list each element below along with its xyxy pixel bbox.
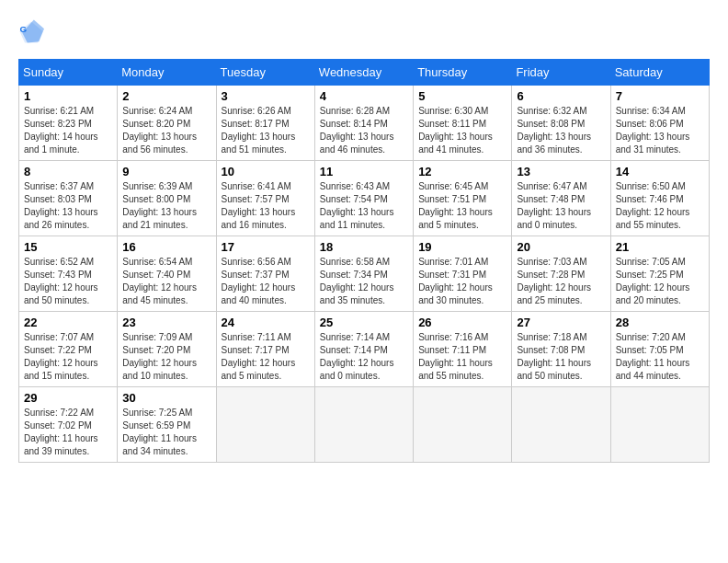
calendar-week-4: 22Sunrise: 7:07 AMSunset: 7:22 PMDayligh… [19,312,710,387]
calendar-week-3: 15Sunrise: 6:52 AMSunset: 7:43 PMDayligh… [19,236,710,312]
day-number: 29 [24,391,112,405]
calendar-cell: 7Sunrise: 6:34 AMSunset: 8:06 PMDaylight… [610,86,709,161]
day-number: 26 [418,316,506,329]
day-detail: Sunrise: 6:58 AMSunset: 7:34 PMDaylight:… [320,256,408,307]
day-number: 19 [418,240,506,254]
calendar-cell: 1Sunrise: 6:21 AMSunset: 8:23 PMDaylight… [19,86,118,161]
calendar-cell: 22Sunrise: 7:07 AMSunset: 7:22 PMDayligh… [19,312,118,387]
calendar-cell: 27Sunrise: 7:18 AMSunset: 7:08 PMDayligh… [512,312,610,387]
weekday-header-wednesday: Wednesday [314,60,413,86]
calendar-cell: 6Sunrise: 6:32 AMSunset: 8:08 PMDaylight… [512,86,610,161]
calendar-cell: 8Sunrise: 6:37 AMSunset: 8:03 PMDaylight… [19,161,118,236]
weekday-header-thursday: Thursday [414,60,512,86]
calendar-cell: 2Sunrise: 6:24 AMSunset: 8:20 PMDaylight… [118,86,216,161]
day-detail: Sunrise: 6:50 AMSunset: 7:46 PMDaylight:… [616,180,704,232]
day-number: 14 [616,165,704,178]
day-number: 1 [24,89,112,103]
day-number: 13 [517,165,605,178]
day-detail: Sunrise: 7:11 AMSunset: 7:17 PMDaylight:… [222,331,310,383]
day-number: 10 [222,165,310,178]
calendar-cell: 15Sunrise: 6:52 AMSunset: 7:43 PMDayligh… [19,236,118,312]
calendar-cell: 14Sunrise: 6:50 AMSunset: 7:46 PMDayligh… [610,161,709,236]
day-number: 7 [616,89,704,103]
day-detail: Sunrise: 6:37 AMSunset: 8:03 PMDaylight:… [24,180,112,232]
day-detail: Sunrise: 7:07 AMSunset: 7:22 PMDaylight:… [24,331,112,383]
day-detail: Sunrise: 6:47 AMSunset: 7:48 PMDaylight:… [517,180,605,232]
day-detail: Sunrise: 6:34 AMSunset: 8:06 PMDaylight:… [616,105,704,156]
calendar-cell: 19Sunrise: 7:01 AMSunset: 7:31 PMDayligh… [414,236,512,312]
day-detail: Sunrise: 6:43 AMSunset: 7:54 PMDaylight:… [320,180,408,232]
calendar-cell: 28Sunrise: 7:20 AMSunset: 7:05 PMDayligh… [610,312,709,387]
calendar-cell [216,387,314,463]
calendar-cell: 20Sunrise: 7:03 AMSunset: 7:28 PMDayligh… [512,236,610,312]
day-number: 28 [616,316,704,329]
calendar-cell: 16Sunrise: 6:54 AMSunset: 7:40 PMDayligh… [118,236,216,312]
day-number: 15 [24,240,112,254]
calendar-cell: 5Sunrise: 6:30 AMSunset: 8:11 PMDaylight… [414,86,512,161]
calendar-table: SundayMondayTuesdayWednesdayThursdayFrid… [18,59,710,463]
calendar-cell: 23Sunrise: 7:09 AMSunset: 7:20 PMDayligh… [118,312,216,387]
day-detail: Sunrise: 6:56 AMSunset: 7:37 PMDaylight:… [222,256,310,307]
day-detail: Sunrise: 7:16 AMSunset: 7:11 PMDaylight:… [418,331,506,383]
day-number: 6 [517,89,605,103]
day-detail: Sunrise: 7:20 AMSunset: 7:05 PMDaylight:… [616,331,704,383]
day-detail: Sunrise: 6:45 AMSunset: 7:51 PMDaylight:… [418,180,506,232]
day-number: 16 [122,240,210,254]
day-detail: Sunrise: 7:25 AMSunset: 6:59 PMDaylight:… [122,407,210,458]
day-detail: Sunrise: 6:26 AMSunset: 8:17 PMDaylight:… [222,105,310,156]
calendar-cell: 3Sunrise: 6:26 AMSunset: 8:17 PMDaylight… [216,86,314,161]
day-detail: Sunrise: 7:05 AMSunset: 7:25 PMDaylight:… [616,256,704,307]
day-number: 20 [517,240,605,254]
day-number: 30 [122,391,210,405]
day-detail: Sunrise: 6:41 AMSunset: 7:57 PMDaylight:… [222,180,310,232]
day-number: 18 [320,240,408,254]
day-detail: Sunrise: 6:32 AMSunset: 8:08 PMDaylight:… [517,105,605,156]
day-number: 22 [24,316,112,329]
logo: G [18,18,48,44]
calendar-cell: 26Sunrise: 7:16 AMSunset: 7:11 PMDayligh… [414,312,512,387]
calendar-cell: 12Sunrise: 6:45 AMSunset: 7:51 PMDayligh… [414,161,512,236]
day-detail: Sunrise: 7:18 AMSunset: 7:08 PMDaylight:… [517,331,605,383]
day-detail: Sunrise: 7:14 AMSunset: 7:14 PMDaylight:… [320,331,408,383]
day-number: 4 [320,89,408,103]
day-number: 3 [222,89,310,103]
day-number: 24 [222,316,310,329]
weekday-header-saturday: Saturday [610,60,709,86]
day-number: 23 [122,316,210,329]
day-detail: Sunrise: 6:30 AMSunset: 8:11 PMDaylight:… [418,105,506,156]
day-detail: Sunrise: 6:52 AMSunset: 7:43 PMDaylight:… [24,256,112,307]
calendar-cell: 25Sunrise: 7:14 AMSunset: 7:14 PMDayligh… [314,312,413,387]
calendar-cell: 30Sunrise: 7:25 AMSunset: 6:59 PMDayligh… [118,387,216,463]
calendar-cell [314,387,413,463]
day-number: 2 [122,89,210,103]
day-number: 17 [222,240,310,254]
day-detail: Sunrise: 7:09 AMSunset: 7:20 PMDaylight:… [122,331,210,383]
calendar-cell: 17Sunrise: 6:56 AMSunset: 7:37 PMDayligh… [216,236,314,312]
day-detail: Sunrise: 6:39 AMSunset: 8:00 PMDaylight:… [122,180,210,232]
calendar-cell: 18Sunrise: 6:58 AMSunset: 7:34 PMDayligh… [314,236,413,312]
calendar-cell [610,387,709,463]
day-detail: Sunrise: 7:03 AMSunset: 7:28 PMDaylight:… [517,256,605,307]
weekday-header-sunday: Sunday [19,60,118,86]
calendar-cell: 9Sunrise: 6:39 AMSunset: 8:00 PMDaylight… [118,161,216,236]
calendar-cell: 11Sunrise: 6:43 AMSunset: 7:54 PMDayligh… [314,161,413,236]
calendar-cell [414,387,512,463]
day-detail: Sunrise: 6:24 AMSunset: 8:20 PMDaylight:… [122,105,210,156]
weekday-header-friday: Friday [512,60,610,86]
day-number: 11 [320,165,408,178]
calendar-cell: 21Sunrise: 7:05 AMSunset: 7:25 PMDayligh… [610,236,709,312]
day-number: 12 [418,165,506,178]
calendar-cell: 29Sunrise: 7:22 AMSunset: 7:02 PMDayligh… [19,387,118,463]
day-detail: Sunrise: 7:01 AMSunset: 7:31 PMDaylight:… [418,256,506,307]
day-detail: Sunrise: 7:22 AMSunset: 7:02 PMDaylight:… [24,407,112,458]
calendar-week-2: 8Sunrise: 6:37 AMSunset: 8:03 PMDaylight… [19,161,710,236]
calendar-cell: 13Sunrise: 6:47 AMSunset: 7:48 PMDayligh… [512,161,610,236]
calendar-cell: 4Sunrise: 6:28 AMSunset: 8:14 PMDaylight… [314,86,413,161]
day-number: 5 [418,89,506,103]
weekday-header-monday: Monday [118,60,216,86]
day-detail: Sunrise: 6:28 AMSunset: 8:14 PMDaylight:… [320,105,408,156]
day-detail: Sunrise: 6:21 AMSunset: 8:23 PMDaylight:… [24,105,112,156]
calendar-cell [512,387,610,463]
calendar-cell: 24Sunrise: 7:11 AMSunset: 7:17 PMDayligh… [216,312,314,387]
day-number: 21 [616,240,704,254]
